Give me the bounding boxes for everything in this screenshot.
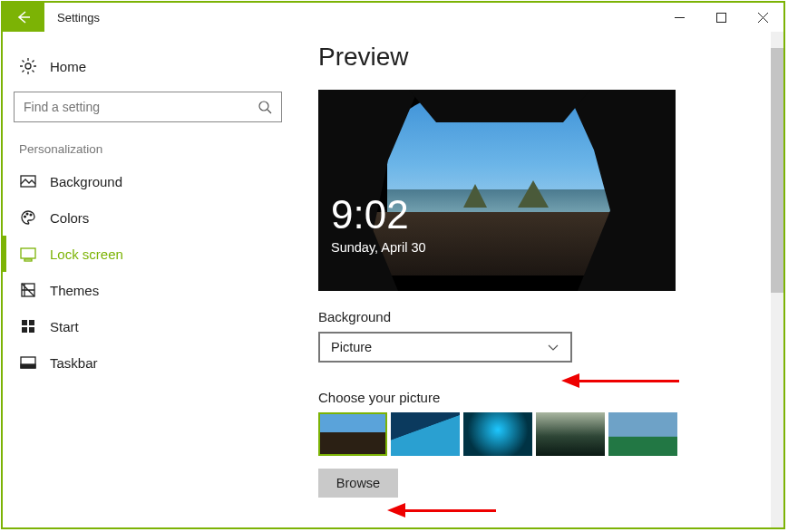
scrollbar[interactable] [771,32,783,527]
picture-thumbnail[interactable] [318,412,387,456]
sidebar-item-themes[interactable]: Themes [3,272,293,308]
preview-date: Sunday, April 30 [331,240,426,255]
svg-rect-13 [29,327,34,333]
arrow-left-icon [15,9,32,25]
picture-icon [19,172,37,190]
annotation-arrow [387,506,496,515]
body: Home Personalization Background Co [3,32,783,527]
svg-rect-11 [29,320,34,325]
picture-thumbnail[interactable] [463,412,532,456]
taskbar-icon [19,353,37,372]
choose-picture-label: Choose your picture [318,390,783,405]
maximize-button[interactable] [700,3,742,32]
svg-rect-8 [24,259,32,261]
sidebar-item-label: Colors [50,210,89,226]
scrollbar-thumb[interactable] [771,48,783,293]
search-icon [258,100,272,114]
svg-rect-7 [21,248,35,258]
svg-point-5 [26,213,28,215]
svg-point-4 [24,216,26,218]
sidebar-item-label: Themes [50,283,99,298]
chevron-down-icon [547,341,559,353]
svg-rect-10 [22,320,27,325]
gear-icon [19,57,37,75]
sidebar-item-label: Background [50,174,122,189]
sidebar-item-start[interactable]: Start [3,308,293,344]
svg-point-6 [30,214,32,216]
background-label: Background [318,309,783,324]
titlebar: Settings [3,3,783,32]
page-heading: Preview [318,43,783,72]
sidebar-item-label: Start [50,319,79,334]
svg-point-1 [25,63,31,69]
sidebar-item-background[interactable]: Background [3,163,293,199]
minimize-button[interactable] [658,3,700,32]
annotation-arrow [561,376,679,385]
sidebar-item-label: Taskbar [50,355,98,371]
sidebar-item-colors[interactable]: Colors [3,199,293,236]
svg-rect-0 [716,13,725,22]
picture-thumbnail[interactable] [391,412,460,456]
browse-button[interactable]: Browse [318,469,398,498]
dropdown-value: Picture [331,340,372,354]
svg-rect-12 [22,327,27,333]
palette-icon [19,208,37,227]
sidebar-item-label: Lock screen [50,247,123,262]
themes-icon [19,281,37,299]
window-title: Settings [44,3,112,32]
preview-clock: 9:02 [331,195,409,235]
background-dropdown[interactable]: Picture [318,332,572,363]
picture-thumbnail[interactable] [536,412,605,456]
picture-thumbnails [318,412,783,456]
settings-window: Settings Home Perso [1,1,785,529]
lock-screen-preview: 9:02 Sunday, April 30 [318,90,676,291]
group-label: Personalization [3,139,293,163]
close-icon [758,13,768,23]
back-button[interactable] [3,3,44,32]
maximize-icon [716,13,726,23]
sidebar: Home Personalization Background Co [3,32,293,527]
search-input[interactable] [24,100,250,114]
home-label: Home [50,59,86,74]
svg-rect-15 [21,364,35,368]
lockscreen-icon [19,245,37,263]
picture-thumbnail[interactable] [608,412,677,456]
minimize-icon [675,13,685,23]
sidebar-item-taskbar[interactable]: Taskbar [3,344,293,381]
sidebar-item-lock-screen[interactable]: Lock screen [3,236,293,272]
close-button[interactable] [742,3,783,32]
main-content: Preview 9:02 Sunday, April 30 Background… [293,32,783,527]
svg-point-2 [259,102,268,111]
start-icon [19,317,37,335]
home-button[interactable]: Home [3,48,293,84]
search-box[interactable] [14,92,282,122]
